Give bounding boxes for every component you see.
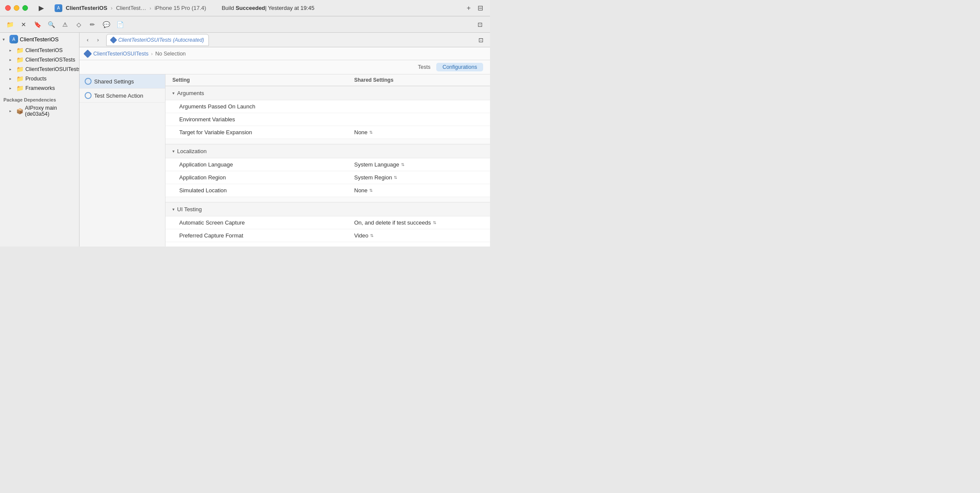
spacer [165,197,490,202]
tab-tests[interactable]: Tests [412,63,436,71]
package-dependencies-header: Package Dependencies [0,93,79,104]
sidebar-root-label: ClientTesteriOS [20,36,58,43]
stepper-icon: ⇅ [369,130,373,135]
arguments-section-header[interactable]: ▾ Arguments [165,86,490,100]
col-shared-settings: Shared Settings [354,77,483,83]
setting-value: On, and delete if test succeeds ⇅ [354,219,483,226]
col-setting: Setting [172,77,354,83]
stepper-icon: ⇅ [363,246,367,246]
sidebar-item-clienttesterios[interactable]: ▸ 📁 ClientTesteriOS [0,46,79,55]
ui-testing-section-title: UI Testing [177,206,202,213]
folder-icon[interactable]: 📁 [4,19,15,30]
setting-value: Off ⇅ [354,245,483,246]
add-button[interactable]: + [465,3,472,13]
minimize-button[interactable] [14,5,19,11]
setting-name: Automatic Screen Capture [179,219,354,226]
chevron-right-icon: ▸ [9,48,15,52]
ui-testing-section-header[interactable]: ▾ UI Testing [165,202,490,216]
inspector-icon[interactable]: ⊡ [475,19,486,30]
sidebar-item-frameworks[interactable]: ▸ 📁 Frameworks [0,83,79,93]
chevron-down-icon: ▾ [172,207,175,212]
localization-section-header[interactable]: ▾ Localization [165,144,490,158]
stepper-icon: ⇅ [433,220,436,225]
tab-configurations[interactable]: Configurations [436,63,483,71]
forward-button[interactable]: › [93,35,103,45]
stepper-icon: ⇅ [394,175,397,180]
environment-variables-row[interactable]: Environment Variables [165,113,490,126]
search-icon[interactable]: 🔍 [46,19,57,30]
bookmark-icon[interactable]: 🔖 [32,19,43,30]
speech-icon[interactable]: 💬 [101,19,112,30]
setting-value: Video ⇅ [354,232,483,239]
app-icon: A [55,4,62,12]
folder-icon: 📁 [16,47,24,54]
diamond-icon[interactable]: ◇ [73,19,84,30]
breadcrumb-scheme-icon [83,49,92,58]
sidebar-root-item[interactable]: ▾ A ClientTesteriOS [0,33,79,46]
sidebar-item-products[interactable]: ▸ 📁 Products [0,74,79,83]
sidebar-label: ClientTesteriOSUITests [25,66,80,72]
folder-icon: 📁 [16,75,24,82]
sidebar-item-aiproxy[interactable]: ▸ 📦 AIProxy main (de03a54) [0,104,79,118]
stepper-icon: ⇅ [370,233,374,238]
setting-value: None ⇅ [354,129,483,136]
chevron-down-icon: ▾ [172,149,175,154]
device-label[interactable]: iPhone 15 Pro (17.4) [155,5,206,11]
warning-icon[interactable]: ⚠ [59,19,70,30]
test-scheme-action-label: Test Scheme Action [94,92,143,99]
close-icon[interactable]: ✕ [18,19,29,30]
run-button[interactable]: ▶ [35,2,48,15]
preferred-capture-format-row[interactable]: Preferred Capture Format Video ⇅ [165,229,490,242]
left-panel-test-scheme-action[interactable]: Test Scheme Action [80,89,165,103]
chevron-down-icon: ▾ [172,91,175,96]
package-icon: 📦 [16,108,23,114]
left-panel-shared-settings[interactable]: Shared Settings [80,74,165,89]
doc-icon[interactable]: 📄 [114,19,126,30]
scheme-label[interactable]: ClientTest… [116,5,146,11]
tab-actions: ⊡ [475,34,487,46]
setting-name: Target for Variable Expansion [179,129,354,136]
split-panel: Shared Settings Test Scheme Action Setti… [80,74,490,246]
setting-name: Arguments Passed On Launch [179,103,354,110]
application-region-row[interactable]: Application Region System Region ⇅ [165,171,490,184]
right-panel[interactable]: Setting Shared Settings ▾ Arguments Argu… [165,74,490,246]
tab-scheme-icon [110,36,117,43]
ui-testing-section: ▾ UI Testing Automatic Screen Capture On… [165,202,490,246]
close-button[interactable] [5,5,11,11]
application-language-row[interactable]: Application Language System Language ⇅ [165,158,490,171]
chevron-right-icon: ▸ [9,86,15,90]
setting-name: Simulated Location [179,187,354,194]
setting-value: None ⇅ [354,187,483,194]
section-tabs: Tests Configurations [80,60,490,74]
tab-bar: ‹ › ClientTesteriOSUITests (Autocreated)… [80,33,490,47]
content-area: ‹ › ClientTesteriOSUITests (Autocreated)… [80,33,490,246]
inspector-toggle-icon[interactable]: ⊡ [475,34,487,46]
active-tab[interactable]: ClientTesteriOSUITests (Autocreated) [106,34,209,46]
layout-button[interactable]: ⊟ [476,3,485,13]
target-variable-expansion-row[interactable]: Target for Variable Expansion None ⇅ [165,126,490,139]
sidebar-item-clienttesterios-tests[interactable]: ▸ 📁 ClientTesteriOSTests [0,55,79,65]
stepper-icon: ⇅ [369,188,373,193]
sidebar-label: Frameworks [25,85,76,91]
folder-icon: 📁 [16,56,24,63]
breadcrumb-root[interactable]: ClientTesteriOSUITests [93,51,149,57]
back-button[interactable]: ‹ [83,35,92,45]
build-status: Build Succeeded| Yesterday at 19:45 [222,5,315,11]
brush-icon[interactable]: ✏ [87,19,98,30]
title-center: A ClientTesteriOS › ClientTest… › iPhone… [55,4,206,12]
arguments-section: ▾ Arguments Arguments Passed On Launch E… [165,86,490,139]
sidebar-item-clienttesterios-ui-tests[interactable]: ▸ 📁 ClientTesteriOSUITests [0,65,79,74]
main-layout: ▾ A ClientTesteriOS ▸ 📁 ClientTesteriOS … [0,33,490,246]
chevron-right-icon: ▸ [9,58,15,62]
localization-screenshots-row[interactable]: Localization Screenshots Off ⇅ [165,242,490,246]
maximize-button[interactable] [22,5,28,11]
setting-value: System Language ⇅ [354,161,483,168]
automatic-screen-capture-row[interactable]: Automatic Screen Capture On, and delete … [165,216,490,229]
shared-settings-label: Shared Settings [94,78,134,85]
tab-navigation: ‹ › [83,35,103,45]
app-name: ClientTesteriOS [66,5,107,11]
simulated-location-row[interactable]: Simulated Location None ⇅ [165,184,490,197]
arguments-passed-on-launch-row[interactable]: Arguments Passed On Launch [165,100,490,113]
sidebar-label: ClientTesteriOSTests [25,57,76,63]
setting-name: Preferred Capture Format [179,232,354,239]
